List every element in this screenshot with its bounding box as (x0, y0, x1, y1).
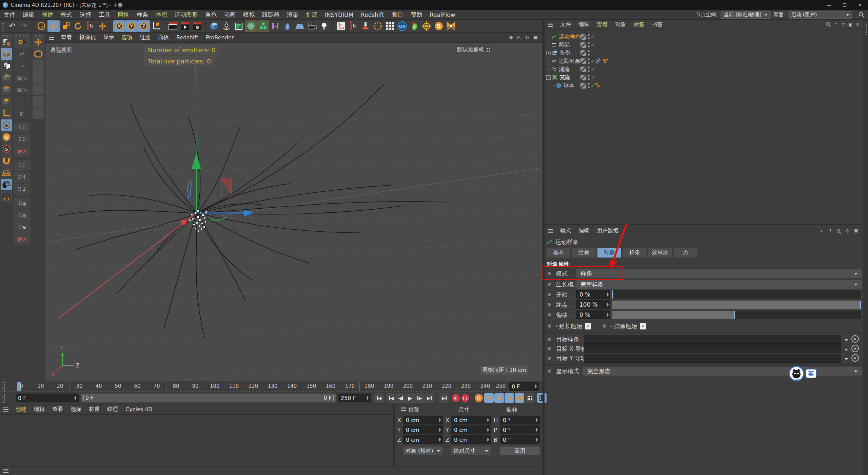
size-z-input[interactable]: 0 cm (451, 435, 491, 444)
material-list-area[interactable] (0, 415, 392, 466)
om-menu-objects[interactable]: 对象 (611, 21, 630, 28)
menu-help[interactable]: 帮助 (407, 11, 426, 19)
range-grip-left[interactable] (83, 395, 84, 401)
ruler-frame-input[interactable]: 0 F (509, 382, 539, 391)
spinner-icon[interactable] (439, 418, 441, 422)
sphere-command-button[interactable]: ◐ (14, 108, 31, 119)
menu-spline[interactable]: 样条 (133, 11, 152, 19)
am-menu-icon[interactable] (548, 231, 553, 231)
render-settings-button[interactable]: ⚙ (191, 20, 203, 32)
record-rotation-toggle[interactable] (505, 393, 514, 403)
object-edit-toggle[interactable] (580, 75, 586, 80)
next-key-button[interactable]: ▶ (425, 393, 434, 403)
record-position-toggle[interactable] (484, 393, 494, 403)
render-to-picture-viewer-button[interactable] (179, 20, 191, 32)
menu-character[interactable]: 角色 (201, 11, 220, 19)
menu-animate[interactable]: 动画 (220, 11, 239, 19)
object-edit-toggle[interactable] (580, 34, 586, 40)
spinner-icon[interactable] (487, 438, 489, 442)
om-menu-icon[interactable] (548, 24, 553, 25)
section-object-properties[interactable]: 对象属性 (547, 261, 570, 268)
pos-z-input[interactable]: 0 cm (403, 435, 443, 444)
offset-input[interactable]: 0 % (576, 310, 610, 319)
points-mode-button[interactable] (1, 72, 12, 83)
texture-mode-button[interactable] (1, 60, 12, 72)
display-select[interactable]: 完全形态 (583, 367, 862, 376)
live-selection-tool[interactable] (35, 20, 47, 32)
anim-dot[interactable] (547, 282, 552, 287)
visibility-dots[interactable] (588, 34, 590, 39)
undo-button[interactable]: ↶ (6, 20, 18, 32)
lock-z-axis-button[interactable]: Z (138, 20, 150, 32)
close-button[interactable]: ✕ (852, 0, 868, 10)
anim-dot[interactable] (547, 368, 552, 374)
tab-basic[interactable]: 基本 (547, 248, 570, 258)
vibrate-tag-icon[interactable] (595, 58, 600, 63)
object-row-tracer[interactable]: 追踪对象 ✓ (545, 57, 863, 65)
chevron-down-icon[interactable] (845, 358, 848, 362)
anim-dot[interactable] (547, 312, 552, 318)
menu-simulate[interactable]: 模拟 (239, 11, 258, 19)
mat-menu-edit[interactable]: 编辑 (30, 406, 48, 413)
tab-coordinates[interactable]: 坐标 (572, 248, 596, 258)
object-row-cloner[interactable]: − 克隆 ✓ (545, 73, 863, 81)
menu-volume[interactable]: 体积 (152, 11, 171, 19)
slider-handle[interactable] (860, 301, 861, 309)
vp-menu-options[interactable]: 选项 (118, 34, 136, 41)
enable-check-icon[interactable]: ✓ (591, 58, 595, 64)
target-y-linkfield[interactable] (584, 354, 841, 363)
camera-label[interactable]: 默认摄像机 (455, 45, 493, 54)
target-x-linkfield[interactable] (584, 344, 841, 353)
am-menu-mode[interactable]: 模式 (556, 227, 575, 234)
anim-dot[interactable] (547, 302, 552, 307)
previous-frame-button[interactable]: ◀ (396, 393, 406, 403)
keyframe-selection-button[interactable]: ⚙ (474, 393, 484, 403)
dots-red-command-button[interactable]: ⠿⠿ (14, 122, 31, 133)
growth-select[interactable]: 完整样条 (576, 280, 862, 289)
s-plugin-button[interactable]: S (433, 20, 445, 32)
visibility-dots[interactable] (588, 66, 590, 72)
tab-spline[interactable]: 样条 (623, 248, 647, 258)
coords-menu-icon[interactable] (401, 408, 406, 409)
unhide-all-command-button[interactable]: ⠿◉ (14, 222, 31, 233)
right-edge-strip[interactable] (863, 20, 868, 475)
mat-menu-material[interactable]: 材质 (85, 406, 103, 413)
chevron-down-icon[interactable] (845, 349, 848, 353)
spinner-icon[interactable] (607, 313, 609, 317)
frame-range-slider[interactable]: 0 F 0 F (81, 394, 336, 402)
object-row-emitter[interactable]: 简易 ✓ (545, 41, 863, 49)
model-mode-button[interactable] (1, 48, 12, 60)
spinner-icon[interactable] (487, 428, 489, 432)
grid-a-command-button[interactable]: ▦↘ (14, 72, 31, 83)
slider-handle[interactable] (734, 311, 735, 319)
subdivision-surface-button[interactable] (233, 20, 245, 32)
record-pla-toggle[interactable] (525, 393, 534, 403)
anim-dot[interactable] (547, 356, 552, 361)
grow-selection-command-button[interactable]: ⠿↑ (14, 172, 31, 183)
settings-tool-button[interactable]: ⚙➤ (14, 36, 31, 48)
record-parameter-toggle[interactable]: P (515, 393, 524, 403)
palette-grip[interactable] (33, 33, 43, 36)
start-slider[interactable] (612, 290, 861, 299)
vp-menu-display[interactable]: 显示 (99, 34, 118, 41)
make-editable-button[interactable] (1, 36, 12, 48)
tab-object[interactable]: 对象 (597, 248, 621, 258)
scale-tool[interactable] (60, 20, 72, 32)
ime-logo-icon[interactable]: n.a.s (789, 366, 804, 381)
mat-menu-create[interactable]: 创建 (12, 406, 30, 413)
om-filter-icon[interactable]: ▽ (842, 22, 845, 27)
zoom-view-icon[interactable]: ⇱ (517, 35, 521, 40)
node-space-select[interactable]: 当前 (标准/物理) (721, 11, 771, 19)
live-selection-quick-button[interactable] (33, 48, 44, 60)
menu-create[interactable]: 创建 (38, 11, 57, 19)
exclude-start-checkbox[interactable] (640, 323, 646, 329)
viewport-menu-icon[interactable] (49, 37, 54, 38)
status-menu-icon[interactable] (3, 471, 8, 471)
end-input[interactable]: 100 % (576, 300, 610, 309)
anim-dot[interactable] (547, 346, 552, 352)
coordinate-system-button[interactable] (150, 20, 162, 32)
panel-splitter[interactable] (542, 20, 545, 475)
array-grid-button[interactable] (384, 20, 396, 32)
cube-command-button[interactable]: ⬛ (14, 96, 31, 107)
end-slider[interactable] (612, 301, 861, 309)
